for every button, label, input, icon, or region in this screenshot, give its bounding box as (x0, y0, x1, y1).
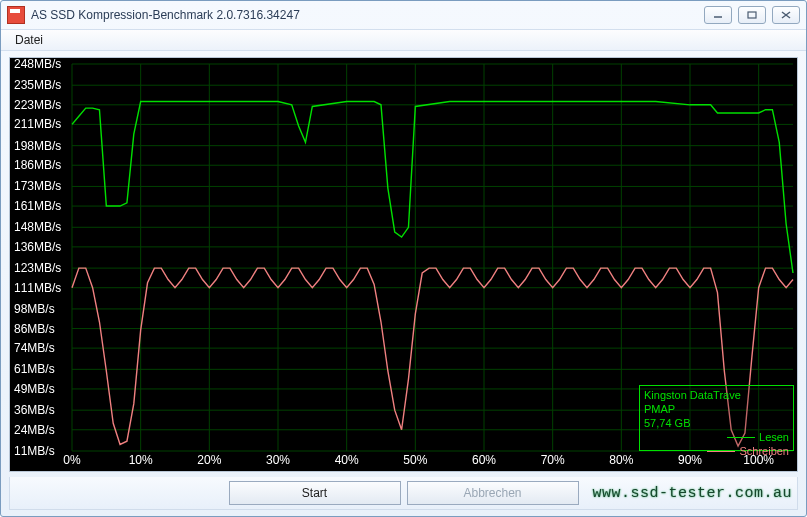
maximize-button[interactable] (738, 6, 766, 24)
close-button[interactable] (772, 6, 800, 24)
legend-write-swatch (707, 451, 735, 452)
legend-capacity: 57,74 GB (644, 416, 789, 430)
legend-read: Lesen (644, 430, 789, 444)
watermark: www.ssd-tester.com.au (592, 485, 792, 502)
menubar: Datei (1, 29, 806, 51)
app-icon (7, 6, 25, 24)
titlebar: AS SSD Kompression-Benchmark 2.0.7316.34… (1, 1, 806, 29)
menu-file[interactable]: Datei (9, 31, 49, 49)
start-button[interactable]: Start (229, 481, 401, 505)
window-controls (704, 6, 800, 24)
legend-read-swatch (727, 437, 755, 438)
legend-write: Schreiben (644, 444, 789, 458)
chart-panel: 248MB/s235MB/s223MB/s211MB/s198MB/s186MB… (9, 57, 798, 472)
minimize-icon (713, 11, 723, 19)
legend-read-label: Lesen (759, 430, 789, 444)
close-icon (781, 11, 791, 19)
legend: Kingston DataTrave PMAP 57,74 GB Lesen S… (639, 385, 794, 451)
cancel-button: Abbrechen (407, 481, 579, 505)
minimize-button[interactable] (704, 6, 732, 24)
svg-rect-1 (748, 12, 756, 18)
maximize-icon (747, 11, 757, 19)
legend-device: Kingston DataTrave (644, 388, 789, 402)
legend-device-line2: PMAP (644, 402, 789, 416)
window-title: AS SSD Kompression-Benchmark 2.0.7316.34… (31, 8, 704, 22)
legend-write-label: Schreiben (739, 444, 789, 458)
app-window: AS SSD Kompression-Benchmark 2.0.7316.34… (0, 0, 807, 517)
